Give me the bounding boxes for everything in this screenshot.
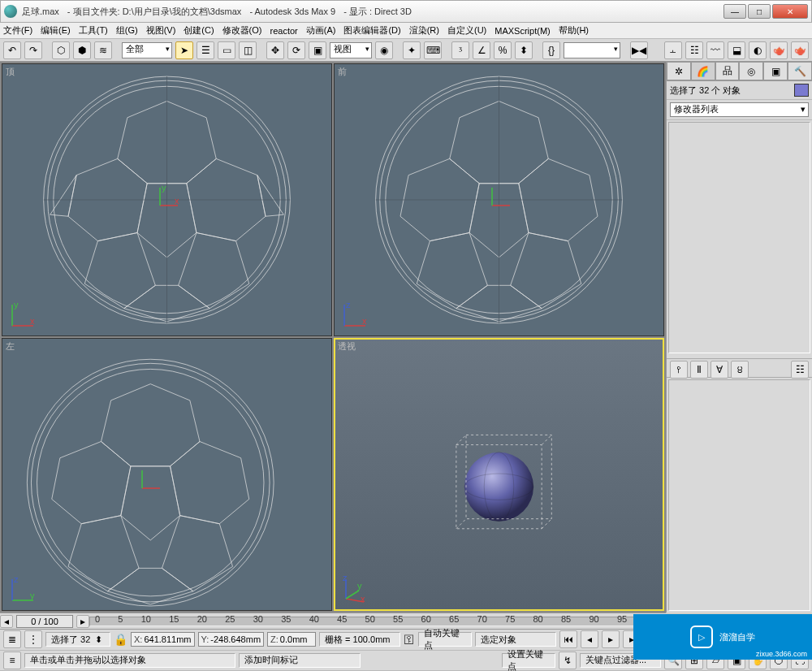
tab-hierarchy[interactable]: 品 xyxy=(715,62,740,80)
axis-left-icon: yz xyxy=(9,574,38,604)
tab-create[interactable]: ✲ xyxy=(667,62,691,80)
coord-x-field[interactable]: X:641.811mm xyxy=(131,632,195,647)
menu-maxscript[interactable]: MAXScript(M) xyxy=(495,26,550,36)
selection-filter-dropdown[interactable]: 全部 xyxy=(122,42,172,58)
time-tag-field[interactable]: 添加时间标记 xyxy=(239,653,361,668)
spinner-snap-button[interactable]: ⬍ xyxy=(515,41,533,59)
minimize-button[interactable]: — xyxy=(723,4,746,19)
goto-start-button[interactable]: ⏮ xyxy=(559,630,577,648)
select-region-button[interactable]: ▭ xyxy=(218,41,235,59)
mirror-button[interactable]: ▶◀ xyxy=(630,41,648,59)
viewport-grid: 顶 xyxy=(0,62,666,613)
bind-spacewarp-button[interactable]: ≋ xyxy=(94,41,112,59)
menu-view[interactable]: 视图(V) xyxy=(146,24,176,37)
pin-stack-button[interactable]: ⫯ xyxy=(670,361,688,379)
main-area: 顶 xyxy=(0,62,812,613)
prev-frame-button[interactable]: ◂ xyxy=(581,630,598,648)
svg-line-60 xyxy=(542,519,551,529)
viewport-front[interactable]: 前 xyxy=(334,63,664,336)
script-listener-button[interactable]: ≡ xyxy=(3,652,21,669)
tab-utilities[interactable]: 🔨 xyxy=(788,62,812,80)
svg-text:y: y xyxy=(14,300,19,310)
timeline-track[interactable]: 0510152025303540455055606570758085909510… xyxy=(89,617,666,626)
link-button[interactable]: ⬡ xyxy=(52,41,70,59)
menu-edit[interactable]: 编辑(E) xyxy=(41,24,71,37)
tab-modify[interactable]: 🌈 xyxy=(691,62,715,80)
setkey-button[interactable]: 设置关键点 xyxy=(502,653,555,668)
trackbar-toggle-button[interactable]: ≣ xyxy=(3,630,21,648)
gizmo-top: xy xyxy=(157,184,181,209)
key-icon[interactable]: ⚿ xyxy=(404,633,415,646)
align-button[interactable]: ⫠ xyxy=(664,41,682,59)
move-button[interactable]: ✥ xyxy=(266,41,284,59)
scale-button[interactable]: ▣ xyxy=(309,41,326,59)
title-display: - 显示 : Direct 3D xyxy=(343,6,412,18)
use-center-button[interactable]: ◉ xyxy=(375,41,393,59)
configure-sets-button[interactable]: ☷ xyxy=(791,361,809,379)
menu-customize[interactable]: 自定义(U) xyxy=(447,24,486,37)
svg-text:y: y xyxy=(30,591,35,600)
viewport-top[interactable]: 顶 xyxy=(2,63,332,336)
menu-file[interactable]: 文件(F) xyxy=(3,24,32,37)
menu-tools[interactable]: 工具(T) xyxy=(79,24,108,37)
select-by-name-button[interactable]: ☰ xyxy=(197,41,214,59)
viewport-perspective[interactable]: 透视 xyxy=(334,338,664,611)
menu-create[interactable]: 创建(C) xyxy=(184,24,214,37)
close-button[interactable]: ✕ xyxy=(772,4,808,19)
quick-render-button[interactable]: 🫖 xyxy=(791,41,809,59)
trackbar-filter-button[interactable]: ⋮ xyxy=(24,630,42,648)
menu-graph[interactable]: 图表编辑器(D) xyxy=(343,24,400,37)
keyboard-shortcut-button[interactable]: ⌨ xyxy=(424,41,442,59)
object-color-swatch[interactable] xyxy=(794,84,809,97)
undo-button[interactable]: ↶ xyxy=(3,41,21,59)
timeline-ticks: 0510152025303540455055606570758085909510… xyxy=(90,614,665,626)
curve-editor-button[interactable]: 〰 xyxy=(706,41,724,59)
remove-modifier-button[interactable]: ੪ xyxy=(731,361,749,379)
timeline-prev-button[interactable]: ◂ xyxy=(0,615,13,628)
maximize-button[interactable]: □ xyxy=(748,4,771,19)
select-manipulate-button[interactable]: ✦ xyxy=(403,41,421,59)
rotate-button[interactable]: ⟳ xyxy=(287,41,305,59)
modifier-list-dropdown[interactable]: 修改器列表 xyxy=(670,102,809,117)
tab-display[interactable]: ▣ xyxy=(763,62,788,80)
layers-button[interactable]: ☷ xyxy=(685,41,703,59)
menu-modifier[interactable]: 修改器(O) xyxy=(222,24,262,37)
play-button[interactable]: ▸ xyxy=(602,630,620,648)
lock-icon[interactable]: 🔒 xyxy=(114,633,127,646)
angle-snap-button[interactable]: ∠ xyxy=(473,41,490,59)
show-end-result-button[interactable]: Ⅱ xyxy=(690,361,708,379)
viewport-front-label: 前 xyxy=(338,66,347,78)
timeline-next-button[interactable]: ▸ xyxy=(76,615,89,628)
menu-reactor[interactable]: reactor xyxy=(270,26,298,36)
ref-coord-dropdown[interactable]: 视图 xyxy=(330,42,372,58)
render-scene-button[interactable]: 🫖 xyxy=(770,41,788,59)
make-unique-button[interactable]: ∀ xyxy=(710,361,728,379)
window-crossing-button[interactable]: ◫ xyxy=(239,41,257,59)
coord-z-field[interactable]: Z:0.0mm xyxy=(267,632,316,647)
svg-marker-47 xyxy=(162,516,232,591)
percent-snap-button[interactable]: % xyxy=(494,41,512,59)
menu-animation[interactable]: 动画(A) xyxy=(306,24,336,37)
autokey-button[interactable]: 自动关键点 xyxy=(418,632,472,647)
snap-toggle-button[interactable]: ᶾ xyxy=(451,41,469,59)
viewport-left[interactable]: 左 yz xyxy=(2,338,332,611)
coord-y-field[interactable]: Y:-248.648mm xyxy=(198,632,265,647)
title-project: - 项目文件夹: D:\用户目录\我的文档\3dsmax xyxy=(67,6,242,18)
material-editor-button[interactable]: ◐ xyxy=(749,41,767,59)
time-slider[interactable]: 0 / 100 xyxy=(16,615,73,628)
unlink-button[interactable]: ⬢ xyxy=(73,41,91,59)
viewport-persp-label: 透视 xyxy=(338,340,356,353)
redo-button[interactable]: ↷ xyxy=(24,41,42,59)
tab-motion[interactable]: ◎ xyxy=(739,62,763,80)
select-button[interactable]: ➤ xyxy=(175,41,193,59)
menu-render[interactable]: 渲染(R) xyxy=(409,24,439,37)
selected-object-field[interactable]: 选定对象 xyxy=(475,632,556,647)
key-filters-icon[interactable]: ↯ xyxy=(559,652,577,669)
menu-help[interactable]: 帮助(H) xyxy=(559,24,589,37)
modifier-stack[interactable] xyxy=(668,122,810,353)
named-selection-dropdown[interactable] xyxy=(564,42,620,58)
menu-group[interactable]: 组(G) xyxy=(116,24,138,37)
watermark: ▷ 溜溜自学 zixue.3d66.com xyxy=(633,614,812,660)
named-selection-button[interactable]: {} xyxy=(542,41,560,59)
schematic-view-button[interactable]: ⬓ xyxy=(728,41,745,59)
